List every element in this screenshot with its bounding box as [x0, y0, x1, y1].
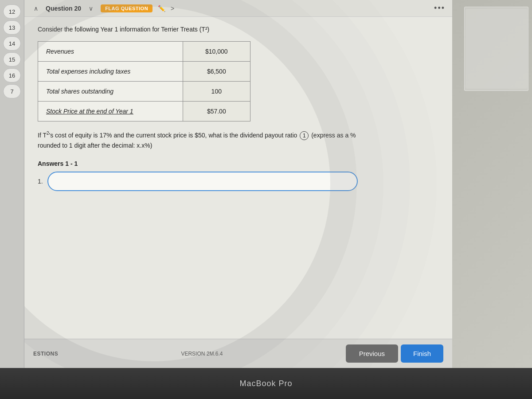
chevron-up-btn[interactable]: ∧: [31, 4, 40, 13]
question-intro: Consider the following Year 1 informatio…: [38, 25, 439, 34]
finish-button[interactable]: Finish: [401, 344, 443, 363]
table-row: Total shares outstanding 100: [38, 82, 250, 102]
right-panel: [452, 0, 532, 368]
question-text: If T2's cost of equity is 17% and the cu…: [38, 129, 439, 151]
answer-row-1: 1.: [38, 172, 439, 191]
next-arrow-button[interactable]: >: [171, 5, 174, 12]
sidebar-item-15[interactable]: 15: [3, 52, 21, 66]
circle-number-1: 1: [300, 131, 309, 140]
pencil-icon: ✏️: [158, 5, 165, 12]
previous-button[interactable]: Previous: [346, 344, 398, 363]
question-label: Question 20: [46, 5, 81, 12]
more-options-button[interactable]: •••: [434, 4, 445, 13]
chevron-down-btn[interactable]: ∨: [86, 4, 95, 13]
top-bar: ∧ Question 20 ∨ FLAG QUESTION ✏️ > •••: [24, 0, 452, 17]
answer-input-1[interactable]: [47, 172, 358, 191]
table-cell-value-expenses: $6,500: [183, 62, 250, 82]
table-cell-label-expenses: Total expenses including taxes: [38, 62, 183, 82]
macbook-label: MacBook Pro: [239, 379, 292, 388]
sidebar-item-7[interactable]: 7: [3, 84, 21, 98]
table-row: Total expenses including taxes $6,500: [38, 62, 250, 82]
answer-number: 1.: [38, 178, 43, 185]
flag-question-button[interactable]: FLAG QUESTION: [101, 4, 153, 12]
answers-label: Answers 1 - 1: [38, 160, 439, 167]
question-area: Consider the following Year 1 informatio…: [24, 17, 452, 339]
macbook-bar: MacBook Pro: [0, 368, 532, 399]
nav-buttons: Previous Finish: [346, 344, 443, 363]
table-row: Revenues $10,000: [38, 42, 250, 62]
sidebar-item-14[interactable]: 14: [3, 36, 21, 51]
table-cell-value-stock: $57.00: [183, 102, 250, 121]
table-cell-value-shares: 100: [183, 82, 250, 102]
sidebar-item-13[interactable]: 13: [3, 20, 21, 35]
table-cell-label-stock: Stock Price at the end of Year 1: [38, 102, 183, 121]
right-panel-window: [464, 7, 528, 91]
table-cell-value-revenues: $10,000: [183, 42, 250, 62]
questions-label: ESTIONS: [33, 351, 58, 357]
table-cell-label-revenues: Revenues: [38, 42, 183, 62]
sidebar-item-16[interactable]: 16: [3, 68, 21, 82]
version-label: VERSION 2M.6.4: [181, 351, 223, 357]
sidebar-item-12[interactable]: 12: [3, 4, 21, 19]
table-row: Stock Price at the end of Year 1 $57.00: [38, 102, 250, 121]
table-cell-label-shares: Total shares outstanding: [38, 82, 183, 102]
data-table: Revenues $10,000 Total expenses includin…: [38, 41, 250, 121]
bottom-nav: ESTIONS VERSION 2M.6.4 Previous Finish: [24, 339, 452, 368]
